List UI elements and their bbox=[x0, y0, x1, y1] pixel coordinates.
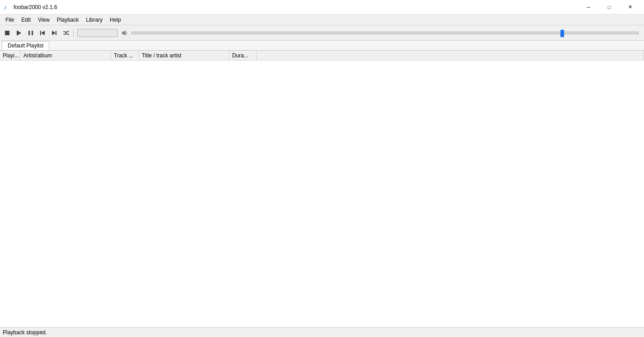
svg-rect-5 bbox=[40, 31, 41, 35]
play-icon bbox=[16, 30, 22, 36]
menu-view[interactable]: View bbox=[34, 15, 53, 25]
menu-bar: File Edit View Playback Library Help bbox=[0, 14, 644, 25]
toolbar bbox=[0, 25, 644, 41]
volume-slider[interactable] bbox=[131, 32, 639, 34]
menu-help[interactable]: Help bbox=[106, 15, 125, 25]
next-button[interactable] bbox=[49, 28, 60, 38]
app-icon: ♪ bbox=[4, 4, 11, 11]
svg-rect-7 bbox=[56, 31, 56, 35]
status-bar: Playback stopped. bbox=[0, 327, 644, 337]
random-icon bbox=[63, 30, 69, 36]
svg-marker-6 bbox=[52, 31, 56, 35]
col-header-track[interactable]: Track ... bbox=[111, 51, 139, 60]
col-header-artist[interactable]: Artist/album bbox=[21, 51, 111, 60]
playlist-tab-default[interactable]: Default Playlist bbox=[2, 41, 49, 50]
col-header-playing[interactable]: Playi... bbox=[0, 51, 21, 60]
svg-marker-1 bbox=[17, 30, 21, 36]
seek-bar-container bbox=[77, 29, 640, 37]
prev-icon bbox=[39, 30, 46, 36]
svg-marker-9 bbox=[68, 33, 69, 35]
app-title: foobar2000 v2.1.6 bbox=[14, 4, 57, 10]
svg-rect-3 bbox=[32, 31, 33, 35]
col-header-rest bbox=[257, 51, 644, 60]
stop-button[interactable] bbox=[2, 28, 13, 38]
minimize-button[interactable]: ─ bbox=[578, 0, 599, 14]
menu-file[interactable]: File bbox=[2, 15, 18, 25]
col-header-title[interactable]: Title / track artist bbox=[139, 51, 229, 60]
title-bar-controls: ─ □ ✕ bbox=[578, 0, 640, 14]
title-bar-left: ♪ foobar2000 v2.1.6 bbox=[4, 4, 57, 11]
menu-playback[interactable]: Playback bbox=[53, 15, 83, 25]
pause-icon bbox=[28, 30, 34, 36]
stop-icon bbox=[4, 30, 10, 36]
svg-rect-0 bbox=[5, 31, 9, 35]
menu-edit[interactable]: Edit bbox=[18, 15, 34, 25]
volume-container bbox=[121, 30, 640, 36]
random-button[interactable] bbox=[61, 28, 71, 38]
status-text: Playback stopped. bbox=[3, 329, 47, 336]
column-headers: Playi... Artist/album Track ... Title / … bbox=[0, 51, 644, 61]
toolbar-separator bbox=[73, 28, 74, 37]
seek-bar[interactable] bbox=[77, 29, 118, 37]
title-bar: ♪ foobar2000 v2.1.6 ─ □ ✕ bbox=[0, 0, 644, 14]
svg-rect-2 bbox=[28, 31, 30, 35]
close-button[interactable]: ✕ bbox=[620, 0, 640, 14]
playlist-tab-bar: Default Playlist bbox=[0, 41, 644, 51]
menu-library[interactable]: Library bbox=[83, 15, 107, 25]
col-header-duration[interactable]: Dura... bbox=[229, 51, 257, 60]
pause-button[interactable] bbox=[25, 28, 36, 38]
play-button[interactable] bbox=[14, 28, 24, 38]
playlist-content bbox=[0, 61, 644, 327]
prev-button[interactable] bbox=[37, 28, 48, 38]
volume-handle[interactable] bbox=[560, 30, 564, 37]
volume-icon bbox=[121, 30, 129, 36]
svg-marker-4 bbox=[41, 31, 45, 35]
svg-marker-10 bbox=[122, 30, 126, 36]
svg-marker-8 bbox=[68, 31, 69, 33]
maximize-button[interactable]: □ bbox=[599, 0, 620, 14]
next-icon bbox=[51, 30, 57, 36]
